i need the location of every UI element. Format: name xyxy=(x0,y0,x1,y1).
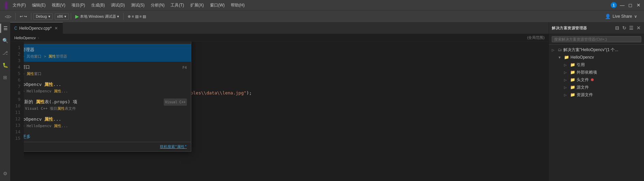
cp-result-title-5: HelloOpencv 属性... xyxy=(24,116,187,122)
tree-item-solution[interactable]: ▷ 🗂 解决方案"HelloOpencv"(1 个... xyxy=(549,46,644,54)
activity-search[interactable]: 🔍 xyxy=(0,36,10,45)
breadcrumb: HelloOpencv › (全局范围) xyxy=(10,34,549,42)
restore-button[interactable]: ◻ xyxy=(628,2,633,8)
toolbar-sep-3 xyxy=(71,13,71,20)
cp-result-shortcut-2: F4 xyxy=(182,64,187,71)
code-content[interactable]: #include<iostream> #include <opencv2/ope… xyxy=(24,42,549,181)
menu-test[interactable]: 测试(S) xyxy=(128,2,147,9)
live-share-label: Live Share xyxy=(613,14,632,19)
activity-bar: ☰ 🔍 ⎇ 🐛 ⊞ ⚙ xyxy=(0,22,10,181)
breadcrumb-project[interactable]: HelloOpencv xyxy=(14,36,36,40)
undo-btn[interactable]: ↩ ↪ xyxy=(18,14,29,19)
tree-item-headers[interactable]: ▷ 📁 头文件 xyxy=(549,76,644,84)
toolbar-sep-2 xyxy=(31,13,31,20)
cp-filter-component[interactable]: 组件 xyxy=(34,42,49,43)
cp-result-right-2: F4 xyxy=(182,64,187,71)
back-forward-btn[interactable]: ◁ ▷ xyxy=(3,14,13,19)
toolbar-sep-4 xyxy=(123,13,124,20)
cp-footer-link[interactable]: 联机搜索"属性" xyxy=(160,144,187,150)
panel-header: 解决方案资源管理器 ⊟ ↻ ☰ ✕ xyxy=(549,22,644,34)
breadcrumb-scope[interactable]: (全局范围) xyxy=(527,35,545,40)
panel-menu-icon[interactable]: ☰ xyxy=(628,25,634,31)
debug-start-btn[interactable]: ▶ 本地 Windows 调试器 ▾ xyxy=(73,13,121,20)
cp-show-more[interactable]: ∨ 显示更多 xyxy=(24,131,191,142)
folder-icon-source: 📁 xyxy=(570,85,575,90)
code-editor[interactable]: 12345 678910 1112131415 #include<iostrea… xyxy=(10,42,549,181)
activity-explorer[interactable]: ☰ xyxy=(0,24,10,33)
activity-source-control[interactable]: ⎇ xyxy=(0,48,10,58)
config-dropdown[interactable]: Debug ▾ xyxy=(33,13,52,20)
cp-result-3[interactable]: ⚙ HelloOpencv 属性... 项目 > HelloOpencv 属性.… xyxy=(24,79,191,96)
menu-help[interactable]: 帮助(H) xyxy=(228,2,247,9)
tree-view: ▷ 🗂 解决方案"HelloOpencv"(1 个... ▼ 📁 HelloOp… xyxy=(549,45,644,181)
editor-tab-active[interactable]: C HelloOpencv.cpp* ✕ xyxy=(10,22,63,34)
panel-close-icon[interactable]: ✕ xyxy=(636,25,642,31)
cp-result-4[interactable]: 📄 添加新的 属性表(.props) 项 创建 Visual C++ 项目属性表… xyxy=(24,96,191,114)
undo-icon: ↩ ↪ xyxy=(20,14,27,19)
menu-debug[interactable]: 调试(D) xyxy=(108,2,128,9)
platform-dropdown[interactable]: x86 ▾ xyxy=(55,13,69,20)
tab-file-icon: C xyxy=(14,26,17,31)
right-panel: 解决方案资源管理器 ⊟ ↻ ☰ ✕ ▷ 🗂 解决方案"HelloOpencv"(… xyxy=(549,22,644,181)
search-input[interactable] xyxy=(552,36,641,42)
cp-result-badge-4: Visual C++ xyxy=(164,99,187,106)
panel-refresh-icon[interactable]: ↻ xyxy=(622,25,627,31)
minimize-button[interactable]: — xyxy=(619,2,625,8)
toolbar-extra-icons: ⊕ ≡ ▤ ≡ ▤ xyxy=(128,14,146,19)
platform-label: x86 xyxy=(57,14,63,18)
solution-explorer-search[interactable] xyxy=(549,34,644,45)
cp-result-subtitle-5: 调试 > HelloOpencv 属性... xyxy=(24,123,187,129)
cp-result-title-3: HelloOpencv 属性... xyxy=(24,81,187,88)
cp-result-right-4: Visual C++ xyxy=(164,99,187,106)
notification-badge[interactable]: 1 xyxy=(611,2,617,8)
panel-title: 解决方案资源管理器 xyxy=(552,26,587,31)
cp-result-title-1: 属性管理器 xyxy=(24,46,187,53)
live-share-chevron: ∨ xyxy=(634,14,637,19)
tree-label-solution: 解决方案"HelloOpencv"(1 个... xyxy=(563,47,618,53)
tree-arrow-headers: ▷ xyxy=(564,78,569,82)
menu-analyze[interactable]: 分析(N) xyxy=(148,2,167,9)
close-button[interactable]: ✕ xyxy=(636,2,641,8)
tree-item-ref[interactable]: ▷ 📁 引用 xyxy=(549,61,644,69)
menu-tools[interactable]: 工具(T) xyxy=(168,2,187,9)
activity-extensions[interactable]: ⊞ xyxy=(0,73,10,82)
tree-label-headers: 头文件 xyxy=(577,77,589,83)
collapse-icon[interactable]: ⊟ xyxy=(614,25,620,31)
cp-filter-template[interactable]: 模板 xyxy=(49,42,64,43)
menu-edit[interactable]: 编辑(E) xyxy=(29,2,48,9)
menu-extensions[interactable]: 扩展(X) xyxy=(188,2,207,9)
tree-item-extern[interactable]: ▷ 📁 外部依赖项 xyxy=(549,69,644,76)
tab-close-button[interactable]: ✕ xyxy=(54,25,59,31)
folder-icon-resources: 📁 xyxy=(570,92,575,97)
cp-results: ⚙ 属性管理器 视图 > 其他窗口 > 属性管理器 ⚙ 属性窗口 视图 > xyxy=(24,44,191,142)
tree-item-resources[interactable]: ▷ 📁 资源文件 xyxy=(549,91,644,99)
menu-view[interactable]: 视图(V) xyxy=(49,2,68,9)
cp-filter-menu[interactable]: 菜单 xyxy=(24,42,34,43)
folder-icon-headers: 📁 xyxy=(570,77,575,82)
tree-arrow-solution: ▷ xyxy=(552,48,557,52)
config-label: Debug xyxy=(36,14,47,18)
cp-result-subtitle-3: 项目 > HelloOpencv 属性... xyxy=(24,88,187,94)
tree-item-project[interactable]: ▼ 📁 HelloOpencv xyxy=(549,54,644,61)
cp-result-content-2: 属性窗口 视图 > 属性窗口 xyxy=(24,64,179,77)
menu-file[interactable]: 文件(F) xyxy=(10,2,29,9)
main-layout: ☰ 🔍 ⎇ 🐛 ⊞ ⚙ C HelloOpencv.cpp* ✕ HelloOp… xyxy=(0,22,644,181)
menu-window[interactable]: 窗口(W) xyxy=(207,2,227,9)
cp-result-2[interactable]: ⚙ 属性窗口 视图 > 属性窗口 F4 xyxy=(24,62,191,79)
activity-settings[interactable]: ⚙ xyxy=(0,169,10,178)
toolbar-extra-btn[interactable]: ⊕ ≡ ▤ ≡ ▤ xyxy=(126,14,148,19)
cp-result-title-4: 添加新的 属性表(.props) 项 xyxy=(24,99,160,105)
tree-item-source[interactable]: ▷ 📁 源文件 xyxy=(549,84,644,91)
line-numbers: 12345 678910 1112131415 xyxy=(10,42,24,181)
menu-build[interactable]: 生成(B) xyxy=(88,2,108,9)
live-share-button[interactable]: 👤 Live Share ∨ xyxy=(601,12,641,20)
cp-result-content-3: HelloOpencv 属性... 项目 > HelloOpencv 属性... xyxy=(24,81,187,94)
activity-debug[interactable]: 🐛 xyxy=(0,60,10,70)
cp-result-5[interactable]: ⚙ HelloOpencv 属性... 调试 > HelloOpencv 属性.… xyxy=(24,114,191,131)
tree-label-resources: 资源文件 xyxy=(577,92,593,98)
menu-project[interactable]: 项目(P) xyxy=(69,2,88,9)
red-dot-headers xyxy=(591,78,594,81)
config-arrow: ▾ xyxy=(48,14,50,19)
cp-result-1[interactable]: ⚙ 属性管理器 视图 > 其他窗口 > 属性管理器 xyxy=(24,44,191,62)
tab-name: HelloOpencv.cpp* xyxy=(19,26,52,31)
